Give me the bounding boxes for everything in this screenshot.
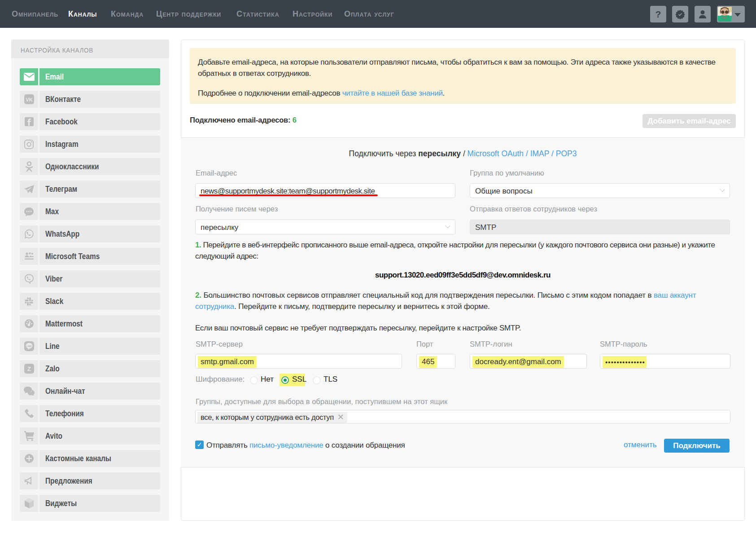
svg-text:Z: Z [27,366,31,372]
svg-text:?: ? [655,9,661,19]
svg-text:VK: VK [26,97,32,102]
svg-text:LINE: LINE [26,345,32,348]
